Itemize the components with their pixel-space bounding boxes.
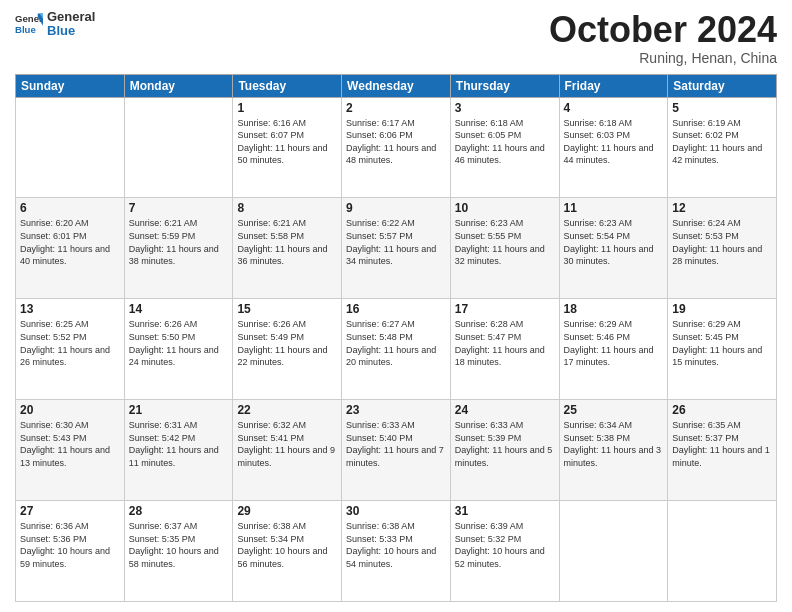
calendar-cell bbox=[668, 501, 777, 602]
day-info: Sunrise: 6:28 AM Sunset: 5:47 PM Dayligh… bbox=[455, 318, 555, 368]
day-number: 27 bbox=[20, 504, 120, 518]
calendar-header-row: SundayMondayTuesdayWednesdayThursdayFrid… bbox=[16, 74, 777, 97]
day-info: Sunrise: 6:32 AM Sunset: 5:41 PM Dayligh… bbox=[237, 419, 337, 469]
day-info: Sunrise: 6:38 AM Sunset: 5:33 PM Dayligh… bbox=[346, 520, 446, 570]
day-number: 5 bbox=[672, 101, 772, 115]
day-number: 30 bbox=[346, 504, 446, 518]
day-info: Sunrise: 6:23 AM Sunset: 5:54 PM Dayligh… bbox=[564, 217, 664, 267]
svg-text:Blue: Blue bbox=[15, 24, 36, 35]
calendar-cell: 5Sunrise: 6:19 AM Sunset: 6:02 PM Daylig… bbox=[668, 97, 777, 198]
title-block: October 2024 Runing, Henan, China bbox=[549, 10, 777, 66]
calendar-cell: 16Sunrise: 6:27 AM Sunset: 5:48 PM Dayli… bbox=[342, 299, 451, 400]
month-title: October 2024 bbox=[549, 10, 777, 50]
calendar-cell: 30Sunrise: 6:38 AM Sunset: 5:33 PM Dayli… bbox=[342, 501, 451, 602]
day-number: 16 bbox=[346, 302, 446, 316]
day-number: 26 bbox=[672, 403, 772, 417]
calendar-week-row: 27Sunrise: 6:36 AM Sunset: 5:36 PM Dayli… bbox=[16, 501, 777, 602]
day-info: Sunrise: 6:38 AM Sunset: 5:34 PM Dayligh… bbox=[237, 520, 337, 570]
day-info: Sunrise: 6:23 AM Sunset: 5:55 PM Dayligh… bbox=[455, 217, 555, 267]
calendar-cell: 3Sunrise: 6:18 AM Sunset: 6:05 PM Daylig… bbox=[450, 97, 559, 198]
day-number: 12 bbox=[672, 201, 772, 215]
day-number: 17 bbox=[455, 302, 555, 316]
calendar-cell: 15Sunrise: 6:26 AM Sunset: 5:49 PM Dayli… bbox=[233, 299, 342, 400]
page: General Blue General Blue October 2024 R… bbox=[0, 0, 792, 612]
day-info: Sunrise: 6:29 AM Sunset: 5:46 PM Dayligh… bbox=[564, 318, 664, 368]
calendar-week-row: 1Sunrise: 6:16 AM Sunset: 6:07 PM Daylig… bbox=[16, 97, 777, 198]
subtitle: Runing, Henan, China bbox=[549, 50, 777, 66]
weekday-header: Thursday bbox=[450, 74, 559, 97]
calendar-cell: 31Sunrise: 6:39 AM Sunset: 5:32 PM Dayli… bbox=[450, 501, 559, 602]
day-info: Sunrise: 6:34 AM Sunset: 5:38 PM Dayligh… bbox=[564, 419, 664, 469]
day-info: Sunrise: 6:29 AM Sunset: 5:45 PM Dayligh… bbox=[672, 318, 772, 368]
day-info: Sunrise: 6:33 AM Sunset: 5:39 PM Dayligh… bbox=[455, 419, 555, 469]
day-number: 1 bbox=[237, 101, 337, 115]
day-info: Sunrise: 6:22 AM Sunset: 5:57 PM Dayligh… bbox=[346, 217, 446, 267]
calendar-cell: 2Sunrise: 6:17 AM Sunset: 6:06 PM Daylig… bbox=[342, 97, 451, 198]
calendar-cell: 10Sunrise: 6:23 AM Sunset: 5:55 PM Dayli… bbox=[450, 198, 559, 299]
calendar-cell: 19Sunrise: 6:29 AM Sunset: 5:45 PM Dayli… bbox=[668, 299, 777, 400]
day-number: 23 bbox=[346, 403, 446, 417]
day-info: Sunrise: 6:26 AM Sunset: 5:50 PM Dayligh… bbox=[129, 318, 229, 368]
day-number: 14 bbox=[129, 302, 229, 316]
calendar-cell: 26Sunrise: 6:35 AM Sunset: 5:37 PM Dayli… bbox=[668, 400, 777, 501]
calendar-cell: 9Sunrise: 6:22 AM Sunset: 5:57 PM Daylig… bbox=[342, 198, 451, 299]
day-info: Sunrise: 6:16 AM Sunset: 6:07 PM Dayligh… bbox=[237, 117, 337, 167]
day-info: Sunrise: 6:18 AM Sunset: 6:03 PM Dayligh… bbox=[564, 117, 664, 167]
day-number: 7 bbox=[129, 201, 229, 215]
day-number: 3 bbox=[455, 101, 555, 115]
day-number: 4 bbox=[564, 101, 664, 115]
calendar-cell: 11Sunrise: 6:23 AM Sunset: 5:54 PM Dayli… bbox=[559, 198, 668, 299]
logo-line1: General bbox=[47, 10, 95, 24]
day-number: 25 bbox=[564, 403, 664, 417]
day-info: Sunrise: 6:20 AM Sunset: 6:01 PM Dayligh… bbox=[20, 217, 120, 267]
day-number: 28 bbox=[129, 504, 229, 518]
calendar-cell: 27Sunrise: 6:36 AM Sunset: 5:36 PM Dayli… bbox=[16, 501, 125, 602]
calendar-week-row: 20Sunrise: 6:30 AM Sunset: 5:43 PM Dayli… bbox=[16, 400, 777, 501]
calendar-cell: 7Sunrise: 6:21 AM Sunset: 5:59 PM Daylig… bbox=[124, 198, 233, 299]
day-number: 6 bbox=[20, 201, 120, 215]
calendar-cell: 21Sunrise: 6:31 AM Sunset: 5:42 PM Dayli… bbox=[124, 400, 233, 501]
day-number: 19 bbox=[672, 302, 772, 316]
weekday-header: Saturday bbox=[668, 74, 777, 97]
logo-icon: General Blue bbox=[15, 10, 43, 38]
day-number: 24 bbox=[455, 403, 555, 417]
weekday-header: Tuesday bbox=[233, 74, 342, 97]
calendar-cell bbox=[16, 97, 125, 198]
day-number: 8 bbox=[237, 201, 337, 215]
calendar-week-row: 13Sunrise: 6:25 AM Sunset: 5:52 PM Dayli… bbox=[16, 299, 777, 400]
day-number: 10 bbox=[455, 201, 555, 215]
day-number: 31 bbox=[455, 504, 555, 518]
day-info: Sunrise: 6:18 AM Sunset: 6:05 PM Dayligh… bbox=[455, 117, 555, 167]
calendar-cell: 25Sunrise: 6:34 AM Sunset: 5:38 PM Dayli… bbox=[559, 400, 668, 501]
calendar-cell: 17Sunrise: 6:28 AM Sunset: 5:47 PM Dayli… bbox=[450, 299, 559, 400]
calendar-cell: 22Sunrise: 6:32 AM Sunset: 5:41 PM Dayli… bbox=[233, 400, 342, 501]
day-info: Sunrise: 6:21 AM Sunset: 5:59 PM Dayligh… bbox=[129, 217, 229, 267]
day-info: Sunrise: 6:36 AM Sunset: 5:36 PM Dayligh… bbox=[20, 520, 120, 570]
day-number: 2 bbox=[346, 101, 446, 115]
day-number: 29 bbox=[237, 504, 337, 518]
day-info: Sunrise: 6:24 AM Sunset: 5:53 PM Dayligh… bbox=[672, 217, 772, 267]
calendar-cell: 20Sunrise: 6:30 AM Sunset: 5:43 PM Dayli… bbox=[16, 400, 125, 501]
calendar-cell: 4Sunrise: 6:18 AM Sunset: 6:03 PM Daylig… bbox=[559, 97, 668, 198]
day-info: Sunrise: 6:37 AM Sunset: 5:35 PM Dayligh… bbox=[129, 520, 229, 570]
day-info: Sunrise: 6:27 AM Sunset: 5:48 PM Dayligh… bbox=[346, 318, 446, 368]
calendar-cell bbox=[124, 97, 233, 198]
calendar-cell: 18Sunrise: 6:29 AM Sunset: 5:46 PM Dayli… bbox=[559, 299, 668, 400]
calendar-cell: 28Sunrise: 6:37 AM Sunset: 5:35 PM Dayli… bbox=[124, 501, 233, 602]
logo-line2: Blue bbox=[47, 24, 95, 38]
logo: General Blue General Blue bbox=[15, 10, 95, 39]
calendar-week-row: 6Sunrise: 6:20 AM Sunset: 6:01 PM Daylig… bbox=[16, 198, 777, 299]
calendar-cell: 6Sunrise: 6:20 AM Sunset: 6:01 PM Daylig… bbox=[16, 198, 125, 299]
day-number: 9 bbox=[346, 201, 446, 215]
day-info: Sunrise: 6:39 AM Sunset: 5:32 PM Dayligh… bbox=[455, 520, 555, 570]
day-info: Sunrise: 6:31 AM Sunset: 5:42 PM Dayligh… bbox=[129, 419, 229, 469]
calendar-cell: 29Sunrise: 6:38 AM Sunset: 5:34 PM Dayli… bbox=[233, 501, 342, 602]
day-number: 22 bbox=[237, 403, 337, 417]
day-info: Sunrise: 6:30 AM Sunset: 5:43 PM Dayligh… bbox=[20, 419, 120, 469]
header: General Blue General Blue October 2024 R… bbox=[15, 10, 777, 66]
day-info: Sunrise: 6:19 AM Sunset: 6:02 PM Dayligh… bbox=[672, 117, 772, 167]
day-number: 13 bbox=[20, 302, 120, 316]
day-number: 18 bbox=[564, 302, 664, 316]
weekday-header: Friday bbox=[559, 74, 668, 97]
calendar-cell: 14Sunrise: 6:26 AM Sunset: 5:50 PM Dayli… bbox=[124, 299, 233, 400]
